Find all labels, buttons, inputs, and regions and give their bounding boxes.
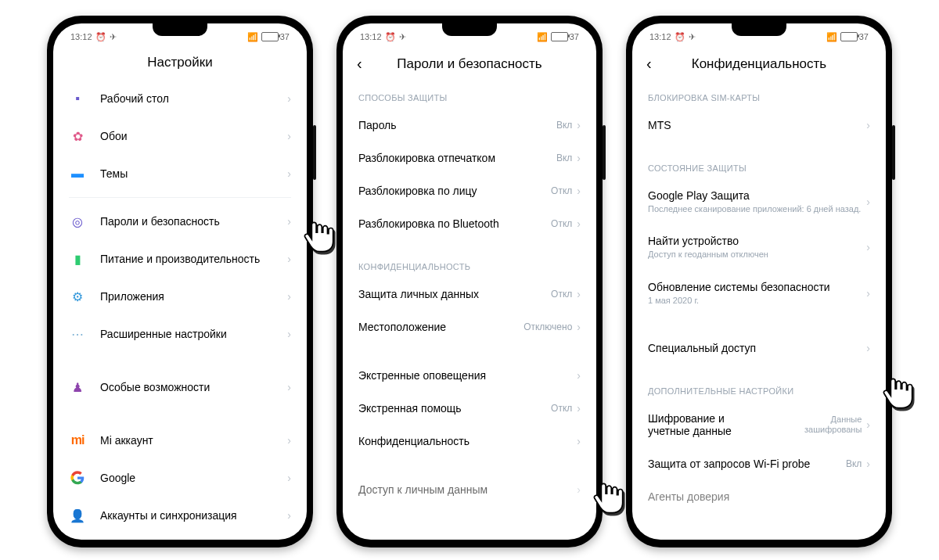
chevron-right-icon: › bbox=[287, 253, 291, 265]
row-google[interactable]: Google › bbox=[53, 459, 307, 497]
chevron-right-icon: › bbox=[577, 435, 581, 447]
row-accessibility[interactable]: ♟ Особые возможности › bbox=[53, 368, 307, 406]
battery-icon: ▮ bbox=[69, 250, 86, 267]
chevron-right-icon: › bbox=[866, 458, 870, 470]
status-time: 13:12 bbox=[360, 32, 382, 41]
chevron-right-icon: › bbox=[287, 215, 291, 228]
row-label: Пароль bbox=[358, 119, 556, 131]
row-emergency-help[interactable]: Экстренная помощь Откл › bbox=[343, 392, 596, 425]
row-face[interactable]: Разблокировка по лицу Откл › bbox=[343, 174, 596, 207]
section-header: КОНФИДЕНЦИАЛЬНОСТЬ bbox=[343, 240, 596, 278]
row-encryption[interactable]: Шифрование и учетные данные Данные зашиф… bbox=[632, 402, 886, 447]
row-value: Отключено bbox=[523, 321, 572, 332]
chevron-right-icon: › bbox=[866, 241, 870, 253]
row-value: Вкл bbox=[556, 153, 572, 163]
back-button[interactable]: ‹ bbox=[646, 55, 662, 73]
row-fingerprint[interactable]: Разблокировка отпечатком Вкл › bbox=[343, 142, 596, 174]
row-apps[interactable]: ⚙ Приложения › bbox=[53, 278, 307, 315]
row-label: учетные данные bbox=[648, 425, 804, 437]
screen-1: 13:12 ⏰ ✈ 📶 37 Настройки ▪ Рабочий стол … bbox=[53, 23, 307, 540]
phone-3: 13:12 ⏰ ✈ 📶 37 ‹ Конфиденциальность БЛОК… bbox=[626, 16, 892, 547]
row-label: Экстренные оповещения bbox=[358, 369, 577, 382]
back-button[interactable]: ‹ bbox=[357, 55, 372, 73]
row-sublabel: Последнее сканирование приложений: 6 дне… bbox=[648, 203, 866, 214]
row-trust-agents[interactable]: Агенты доверия bbox=[632, 480, 886, 513]
row-label: MTS bbox=[648, 119, 866, 131]
row-label: Экстренная помощь bbox=[358, 402, 551, 415]
row-password[interactable]: Пароль Вкл › bbox=[343, 109, 596, 142]
row-personal-access[interactable]: Доступ к личным данным › bbox=[343, 473, 596, 506]
screen-3: 13:12 ⏰ ✈ 📶 37 ‹ Конфиденциальность БЛОК… bbox=[632, 23, 886, 540]
chevron-right-icon: › bbox=[287, 167, 291, 180]
settings-list: ▪ Рабочий стол › ✿ Обои › ▬ Темы › ◎ Пар… bbox=[53, 80, 307, 533]
row-bluetooth[interactable]: Разблокировка по Bluetooth Откл › bbox=[343, 207, 596, 240]
section-header: СПОСОБЫ ЗАЩИТЫ bbox=[343, 82, 596, 109]
chevron-right-icon: › bbox=[577, 119, 581, 131]
notch bbox=[153, 23, 207, 36]
row-value: Данные bbox=[804, 415, 862, 425]
signal-icon: 📶 bbox=[826, 32, 837, 42]
chevron-right-icon: › bbox=[577, 217, 581, 230]
row-find-device[interactable]: Найти устройство Доступ к геоданным откл… bbox=[632, 224, 886, 270]
row-mts[interactable]: MTS › bbox=[632, 109, 886, 142]
battery-indicator: 37 bbox=[261, 32, 290, 41]
row-advanced[interactable]: ⋯ Расширенные настройки › bbox=[53, 315, 307, 353]
section-header: ДОПОЛНИТЕЛЬНЫЕ НАСТРОЙКИ bbox=[632, 364, 886, 402]
chevron-right-icon: › bbox=[866, 287, 870, 300]
page-title: Конфиденциальность bbox=[662, 56, 856, 72]
chevron-right-icon: › bbox=[287, 92, 291, 105]
row-battery[interactable]: ▮ Питание и производительность › bbox=[53, 240, 307, 278]
chevron-right-icon: › bbox=[577, 288, 581, 300]
row-themes[interactable]: ▬ Темы › bbox=[53, 155, 307, 192]
page-title: Пароли и безопасность bbox=[372, 56, 567, 72]
row-label: Обои bbox=[100, 130, 287, 142]
row-wifi-probe[interactable]: Защита от запросов Wi-Fi probe Вкл › bbox=[632, 447, 886, 480]
chevron-right-icon: › bbox=[577, 185, 581, 197]
row-value: Откл bbox=[551, 403, 572, 414]
row-label: Рабочий стол bbox=[100, 92, 287, 105]
chevron-right-icon: › bbox=[287, 328, 291, 340]
row-wallpaper[interactable]: ✿ Обои › bbox=[53, 117, 307, 155]
chevron-right-icon: › bbox=[577, 402, 581, 415]
battery-indicator: 37 bbox=[551, 32, 579, 41]
row-security-update[interactable]: Обновление системы безопасности 1 мая 20… bbox=[632, 271, 886, 316]
row-label: Шифрование и bbox=[648, 412, 804, 425]
chevron-right-icon: › bbox=[287, 130, 291, 142]
row-emergency-alerts[interactable]: Экстренные оповещения › bbox=[343, 359, 596, 392]
row-sublabel: 1 мая 2020 г. bbox=[648, 295, 866, 306]
row-label: Аккаунты и синхронизация bbox=[100, 509, 287, 522]
row-home[interactable]: ▪ Рабочий стол › bbox=[53, 80, 307, 117]
row-security[interactable]: ◎ Пароли и безопасность › bbox=[53, 203, 307, 240]
row-label: Доступ к личным данным bbox=[358, 483, 577, 496]
row-label: Питание и производительность bbox=[100, 253, 287, 265]
alarm-icon: ⏰ bbox=[385, 32, 396, 42]
row-privacy[interactable]: Конфиденциальность › bbox=[343, 425, 596, 458]
chevron-right-icon: › bbox=[866, 119, 870, 131]
security-list: СПОСОБЫ ЗАЩИТЫ Пароль Вкл › Разблокировк… bbox=[343, 82, 596, 536]
chevron-right-icon: › bbox=[577, 369, 581, 382]
signal-icon: 📶 bbox=[537, 32, 548, 42]
chevron-right-icon: › bbox=[287, 434, 291, 447]
privacy-list: БЛОКИРОВКА SIM-КАРТЫ MTS › СОСТОЯНИЕ ЗАЩ… bbox=[632, 82, 886, 536]
chevron-right-icon: › bbox=[577, 152, 581, 164]
row-play-protect[interactable]: Google Play Защита Последнее сканировани… bbox=[632, 179, 886, 224]
chevron-right-icon: › bbox=[866, 196, 870, 208]
row-label: Особые возможности bbox=[100, 381, 287, 393]
battery-percent: 37 bbox=[859, 32, 869, 41]
home-icon: ▪ bbox=[69, 90, 86, 107]
row-sublabel: Доступ к геоданным отключен bbox=[648, 249, 866, 260]
signal-icon: 📶 bbox=[247, 32, 258, 42]
row-label: Google bbox=[100, 472, 287, 484]
alarm-icon: ⏰ bbox=[95, 32, 106, 42]
sync-icon: 👤 bbox=[69, 507, 86, 524]
row-special-access[interactable]: Специальный доступ › bbox=[632, 332, 886, 364]
mi-icon: mi bbox=[69, 432, 86, 449]
chevron-right-icon: › bbox=[866, 418, 870, 431]
row-personal-data[interactable]: Защита личных данных Откл › bbox=[343, 278, 596, 311]
row-sync[interactable]: 👤 Аккаунты и синхронизация › bbox=[53, 497, 307, 533]
row-label: Пароли и безопасность bbox=[100, 215, 287, 228]
row-location[interactable]: Местоположение Отключено › bbox=[343, 311, 596, 343]
row-mi-account[interactable]: mi Mi аккаунт › bbox=[53, 422, 307, 459]
shield-icon: ◎ bbox=[69, 213, 86, 230]
telegram-icon: ✈ bbox=[399, 32, 406, 42]
